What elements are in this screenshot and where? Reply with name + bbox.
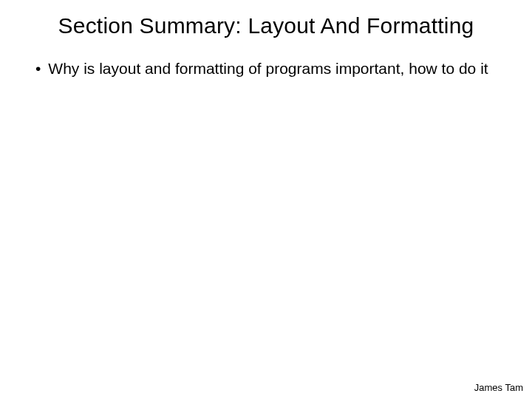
bullet-item: • Why is layout and formatting of progra… [35,59,502,78]
footer-author: James Tam [474,382,523,393]
slide-title: Section Summary: Layout And Formatting [30,13,502,38]
bullet-text: Why is layout and formatting of programs… [48,59,502,78]
slide-container: Section Summary: Layout And Formatting •… [0,0,532,399]
slide-content: • Why is layout and formatting of progra… [30,59,502,78]
bullet-marker-icon: • [35,59,41,78]
